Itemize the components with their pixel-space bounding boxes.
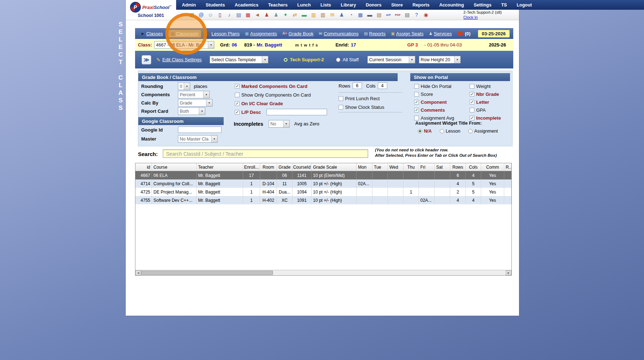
top-nav-store[interactable]: Store [391, 3, 403, 8]
radio-tech-support[interactable] [283, 58, 288, 62]
row-height-select[interactable]: Row Height 20 ▼ [419, 56, 461, 63]
cols-input[interactable] [378, 83, 387, 89]
column-header-rows[interactable]: Rows [450, 163, 466, 171]
binder-icon[interactable]: ▥ [319, 11, 327, 18]
schedule-icon[interactable]: ▦ [188, 11, 196, 18]
checkbox-marked-components-on-card[interactable]: ✓Marked Components On Card [235, 82, 327, 90]
top-nav-academics[interactable]: Academics [234, 3, 258, 8]
ap-icon[interactable]: A/P [384, 11, 393, 18]
top-nav-settings[interactable]: Settings [474, 3, 491, 8]
lp-desc-input[interactable] [267, 109, 327, 115]
scroll-right-button[interactable]: ► [506, 270, 511, 275]
column-header-comm[interactable]: Comm [481, 163, 504, 171]
top-nav-accounting[interactable]: Accounting [439, 3, 464, 8]
column-header-wed[interactable]: Wed [388, 163, 403, 171]
tab-lesson-plans[interactable]: ▥Lesson Plans [206, 31, 240, 36]
newsletter-icon[interactable]: ▤ [234, 11, 243, 18]
column-header-grade[interactable]: Grade [277, 163, 292, 171]
top-nav-admin[interactable]: Admin [182, 3, 196, 8]
column-header-room[interactable]: Room [260, 163, 277, 171]
column-header-enroll[interactable]: Enroll... [243, 163, 260, 171]
announcement-icon[interactable]: ◄ [253, 11, 261, 18]
tab-communications[interactable]: ✉Communications [319, 31, 358, 36]
gradebook-icon[interactable]: ▥ [309, 11, 318, 18]
master-class-select[interactable]: No Master Cla ▼ [178, 135, 218, 143]
chat-icon[interactable]: ☺ [206, 11, 215, 18]
clock-in-link[interactable]: Clock In [464, 15, 478, 19]
class-row-4667[interactable]: 466706 ELAMr. Baggett1706114110 pt (Elem… [135, 171, 511, 179]
back-icon[interactable]: ↶ [178, 11, 187, 18]
checkbox-letter[interactable]: ✓Letter [470, 98, 501, 106]
checkbox-comments[interactable]: ✓Comments [414, 106, 454, 114]
tab-assign-seats[interactable]: ▣Assign Seats [391, 31, 423, 36]
class-template-select[interactable]: Select Class Template ▼ [210, 56, 268, 63]
rows-input[interactable] [353, 83, 362, 89]
pdf-icon[interactable]: PDF [394, 11, 402, 18]
documents-icon[interactable]: ▤ [375, 11, 383, 18]
radio-assignment[interactable]: Assignment [468, 129, 498, 134]
checkbox-nbr-grade[interactable]: ✓Nbr Grade [470, 90, 501, 98]
column-header-sat[interactable]: Sat [435, 163, 450, 171]
top-nav-logout[interactable]: Logout [516, 3, 532, 8]
tab-grade-book[interactable]: A+Grade Book [282, 31, 313, 36]
report-card-select[interactable]: Both ▼ [178, 107, 205, 115]
top-nav-reports[interactable]: Reports [412, 3, 429, 8]
checkbox-score[interactable]: Score [414, 90, 454, 98]
expand-button[interactable]: ≫ [142, 55, 151, 65]
search-input[interactable] [163, 150, 368, 158]
google-id-input[interactable] [178, 126, 222, 133]
calendar-icon[interactable]: ▦ [244, 11, 252, 18]
mobile-icon[interactable]: ▯ [216, 11, 224, 18]
sound-icon[interactable]: ♪ [225, 11, 233, 18]
column-header-fri[interactable]: Fri [419, 163, 435, 171]
rounding-select[interactable]: 0 ▼ [178, 83, 190, 90]
column-header-courseid[interactable]: CourseId [292, 163, 312, 171]
class-row-4755[interactable]: 4755Software Dev C++...Mr. Baggett1H-402… [135, 196, 511, 204]
stop-icon[interactable]: ◉ [422, 11, 430, 18]
clock-icon[interactable]: ◔ [347, 11, 355, 18]
award-icon[interactable]: ✦ [281, 11, 290, 18]
top-nav-lunch[interactable]: Lunch [297, 3, 311, 8]
messages-badge[interactable]: (0) [457, 31, 470, 36]
checkbox-show-only-components-on-card[interactable]: Show Only Components On Card [235, 90, 327, 99]
checkbox-print-lunch-rect[interactable]: Print Lunch Rect [339, 94, 402, 103]
column-header-thu[interactable]: Thu [403, 163, 419, 171]
calc-by-select[interactable]: Grade ▼ [178, 99, 213, 107]
transfer-icon[interactable]: ⇄ [291, 11, 299, 18]
date-box[interactable]: 03-25-2026 [478, 30, 510, 37]
session-select[interactable]: Current Session ▼ [367, 56, 415, 63]
checkbox-l-p-desc[interactable]: ✓L/P Desc [235, 108, 327, 116]
help-icon[interactable]: ? [412, 11, 421, 18]
column-header-course[interactable]: Course [152, 163, 197, 171]
checkbox-hide-on-portal[interactable]: Hide On Portal [414, 82, 454, 90]
checkbox-component[interactable]: ✓Component [414, 98, 454, 106]
column-header-teacher[interactable]: Teacher [197, 163, 243, 171]
column-header-cols[interactable]: Cols [466, 163, 481, 171]
column-header-r[interactable]: R... [504, 163, 511, 171]
scrollbar-thumb[interactable] [141, 271, 273, 275]
tab-services[interactable]: ♟Services [429, 31, 452, 36]
top-nav-library[interactable]: Library [341, 3, 356, 8]
components-select[interactable]: Percent ▼ [178, 91, 210, 98]
tab-classes[interactable]: ►Classes [141, 31, 163, 36]
email-icon[interactable]: @ [197, 11, 205, 18]
checkbox-show-clock-status[interactable]: Show Clock Status [339, 103, 402, 111]
scroll-left-button[interactable]: ◄ [135, 270, 141, 275]
radio-lesson[interactable]: Lesson [440, 129, 460, 134]
edit-class-settings-link[interactable]: Edit Class Settings [162, 57, 202, 62]
class-row-4714[interactable]: 4714Computing for Coll...Mr. Baggett1D-1… [135, 179, 511, 188]
checkbox-weight[interactable]: Weight [470, 82, 501, 90]
column-header-id[interactable]: id [135, 163, 152, 171]
column-header-mon[interactable]: Mon [357, 163, 372, 171]
radio-n-a[interactable]: N/A [418, 129, 432, 134]
tab-assignments[interactable]: ▦Assignments [245, 31, 277, 36]
parent-icon[interactable]: ♟ [272, 11, 280, 18]
tab-classroom[interactable]: ▨Classroom [168, 30, 201, 37]
checkbox-on-i-c-clear-grade[interactable]: ✓On I/C Clear Grade [235, 99, 327, 108]
incompletes-select[interactable]: No ▼ [269, 120, 290, 128]
top-nav-teachers[interactable]: Teachers [268, 3, 287, 8]
print-icon[interactable]: ▤ [403, 11, 411, 18]
top-nav-ts[interactable]: TS [501, 3, 507, 8]
class-row-4725[interactable]: 4725DE Project Manag...Mr. Baggett1H-404… [135, 188, 511, 196]
student-icon[interactable]: ♟ [263, 11, 271, 18]
